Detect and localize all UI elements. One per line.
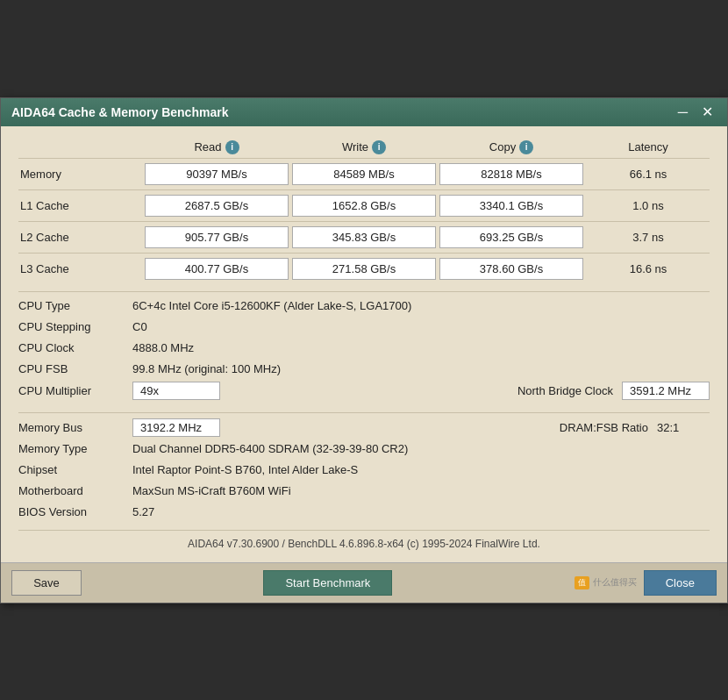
cpu-multiplier-label: CPU Multiplier — [18, 384, 132, 397]
nb-clock-value: 3591.2 MHz — [622, 382, 710, 400]
cpu-type-value: 6C+4c Intel Core i5-12600KF (Alder Lake-… — [132, 299, 710, 312]
latency-header: Latency — [587, 140, 710, 154]
l2-row: L2 Cache 905.77 GB/s 345.83 GB/s 693.25 … — [18, 221, 710, 253]
write-label: Write — [342, 140, 368, 154]
memory-type-value: Dual Channel DDR5-6400 SDRAM (32-39-39-8… — [132, 442, 710, 455]
l1-read: 2687.5 GB/s — [145, 195, 289, 217]
memory-type-row: Memory Type Dual Channel DDR5-6400 SDRAM… — [18, 439, 710, 460]
memory-copy: 82818 MB/s — [439, 163, 583, 185]
copy-header: Copy i — [439, 140, 583, 154]
bios-value: 5.27 — [132, 505, 710, 518]
memory-latency: 66.1 ns — [587, 168, 710, 181]
memory-type-label: Memory Type — [18, 442, 132, 455]
l1-copy: 3340.1 GB/s — [439, 195, 583, 217]
cpu-multiplier-value: 49x — [132, 382, 220, 400]
l3-row: L3 Cache 400.77 GB/s 271.58 GB/s 378.60 … — [18, 253, 710, 284]
write-header: Write i — [292, 140, 436, 154]
read-label: Read — [194, 140, 221, 154]
cpu-multiplier-row: CPU Multiplier 49x North Bridge Clock 35… — [18, 380, 710, 402]
l3-copy: 378.60 GB/s — [439, 258, 583, 280]
l1-latency: 1.0 ns — [587, 199, 710, 212]
chipset-value: Intel Raptor Point-S B760, Intel Alder L… — [132, 463, 710, 476]
read-info-icon[interactable]: i — [225, 140, 239, 154]
bios-label: BIOS Version — [18, 505, 132, 518]
save-button[interactable]: Save — [11, 570, 82, 596]
read-header: Read i — [145, 140, 289, 154]
l1-label: L1 Cache — [18, 199, 141, 212]
motherboard-row: Motherboard MaxSun MS-iCraft B760M WiFi — [18, 481, 710, 502]
bios-row: BIOS Version 5.27 — [18, 502, 710, 523]
l3-label: L3 Cache — [18, 262, 141, 275]
dram-fsb-value: 32:1 — [657, 421, 710, 434]
memory-info-section: Memory Bus 3192.2 MHz DRAM:FSB Ratio 32:… — [18, 412, 710, 526]
cpu-clock-row: CPU Clock 4888.0 MHz — [18, 338, 710, 359]
footer-text: AIDA64 v7.30.6900 / BenchDLL 4.6.896.8-x… — [18, 530, 710, 554]
memory-bus-row: Memory Bus 3192.2 MHz DRAM:FSB Ratio 32:… — [18, 417, 710, 439]
cpu-stepping-row: CPU Stepping C0 — [18, 317, 710, 338]
copy-label: Copy — [489, 140, 516, 154]
column-headers: Read i Write i Copy i Latency — [18, 135, 710, 158]
cpu-fsb-label: CPU FSB — [18, 362, 132, 375]
l3-read: 400.77 GB/s — [145, 258, 289, 280]
dram-fsb-label: DRAM:FSB Ratio — [560, 421, 648, 434]
watermark-text: 什么值得买 — [593, 576, 637, 589]
cpu-stepping-value: C0 — [132, 320, 710, 333]
nb-clock-label: North Bridge Clock — [517, 384, 613, 397]
l2-label: L2 Cache — [18, 231, 141, 244]
copy-info-icon[interactable]: i — [519, 140, 533, 154]
cpu-clock-label: CPU Clock — [18, 341, 132, 354]
memory-read: 90397 MB/s — [145, 163, 289, 185]
l2-latency: 3.7 ns — [587, 231, 710, 244]
title-bar: AIDA64 Cache & Memory Benchmark ─ ✕ — [1, 98, 727, 126]
l3-latency: 16.6 ns — [587, 262, 710, 275]
l2-copy: 693.25 GB/s — [439, 226, 583, 248]
memory-write: 84589 MB/s — [292, 163, 436, 185]
motherboard-value: MaxSun MS-iCraft B760M WiFi — [132, 484, 710, 497]
window-title: AIDA64 Cache & Memory Benchmark — [11, 105, 228, 119]
write-info-icon[interactable]: i — [372, 140, 386, 154]
memory-bus-label: Memory Bus — [18, 421, 132, 434]
main-content: Read i Write i Copy i Latency Memory 903… — [1, 126, 727, 562]
cpu-type-label: CPU Type — [18, 299, 132, 312]
chipset-row: Chipset Intel Raptor Point-S B760, Intel… — [18, 460, 710, 481]
cpu-type-row: CPU Type 6C+4c Intel Core i5-12600KF (Al… — [18, 296, 710, 317]
close-button[interactable]: ✕ — [698, 105, 717, 119]
button-bar: Save Start Benchmark 值 什么值得买 Close — [1, 562, 727, 603]
cpu-fsb-row: CPU FSB 99.8 MHz (original: 100 MHz) — [18, 359, 710, 380]
memory-row: Memory 90397 MB/s 84589 MB/s 82818 MB/s … — [18, 158, 710, 189]
l2-read: 905.77 GB/s — [145, 226, 289, 248]
l3-write: 271.58 GB/s — [292, 258, 436, 280]
cpu-clock-value: 4888.0 MHz — [132, 341, 710, 354]
motherboard-label: Motherboard — [18, 484, 132, 497]
latency-label: Latency — [628, 140, 668, 154]
l2-write: 345.83 GB/s — [292, 226, 436, 248]
cpu-stepping-label: CPU Stepping — [18, 320, 132, 333]
cpu-info-section: CPU Type 6C+4c Intel Core i5-12600KF (Al… — [18, 291, 710, 405]
main-window: AIDA64 Cache & Memory Benchmark ─ ✕ Read… — [0, 97, 728, 604]
title-controls: ─ ✕ — [674, 105, 717, 119]
start-benchmark-button[interactable]: Start Benchmark — [263, 570, 392, 596]
memory-label: Memory — [18, 168, 141, 181]
watermark: 值 什么值得买 — [575, 576, 637, 589]
close-button-bottom[interactable]: Close — [644, 570, 717, 596]
minimize-button[interactable]: ─ — [674, 105, 691, 119]
cpu-fsb-value: 99.8 MHz (original: 100 MHz) — [132, 362, 710, 375]
l1-write: 1652.8 GB/s — [292, 195, 436, 217]
l1-row: L1 Cache 2687.5 GB/s 1652.8 GB/s 3340.1 … — [18, 189, 710, 221]
chipset-label: Chipset — [18, 463, 132, 476]
watermark-badge: 值 — [575, 576, 589, 589]
memory-bus-value: 3192.2 MHz — [132, 418, 220, 437]
